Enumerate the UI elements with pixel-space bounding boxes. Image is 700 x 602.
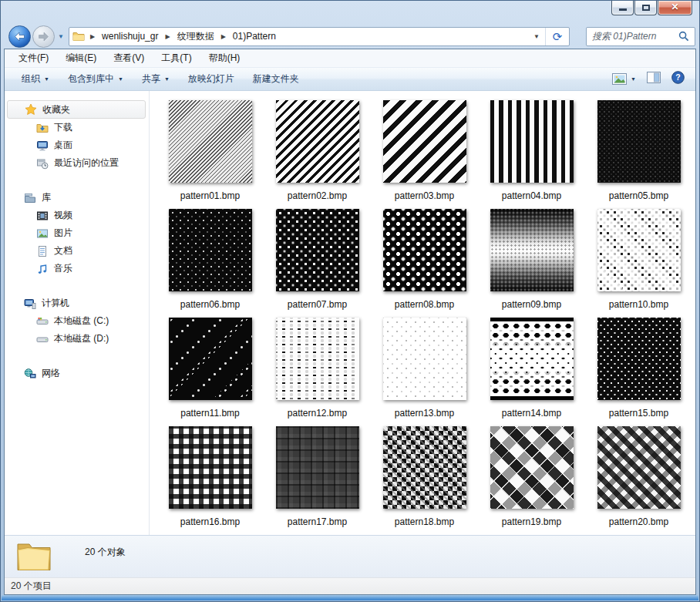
chevron-down-icon: ▼ xyxy=(164,76,170,82)
file-tile-pattern13.bmp[interactable]: pattern13.bmp xyxy=(371,318,478,426)
file-tile-pattern11.bmp[interactable]: pattern11.bmp xyxy=(156,318,264,426)
organize-button[interactable]: 组织▼ xyxy=(12,72,59,86)
sidebar-item-favorites[interactable]: 收藏夹 xyxy=(7,100,146,119)
file-tile-pattern10.bmp[interactable]: pattern10.bmp xyxy=(585,209,692,318)
breadcrumb-segment-root[interactable]: wenlishuju_gr xyxy=(100,29,160,43)
menu-view[interactable]: 查看(V) xyxy=(105,52,153,65)
file-tile-pattern09.bmp[interactable]: pattern09.bmp xyxy=(478,209,585,318)
vertical-stripes-thumbnail xyxy=(490,100,574,183)
close-button[interactable]: ✕ xyxy=(658,1,692,15)
black-faint-small-dots-thumbnail xyxy=(169,209,252,291)
preview-pane-button[interactable] xyxy=(647,72,661,86)
file-tile-pattern20.bmp[interactable]: pattern20.bmp xyxy=(585,426,692,535)
chevron-down-icon: ▼ xyxy=(118,76,123,82)
black-diamond-lattice-thumbnail xyxy=(597,318,681,400)
file-tile-pattern12.bmp[interactable]: pattern12.bmp xyxy=(264,318,371,426)
include-in-library-button[interactable]: 包含到库中▼ xyxy=(59,72,133,86)
breadcrumb: ▶ wenlishuju_gr ▶ 纹理数据 ▶ 01)Pattern xyxy=(69,29,528,45)
search-input[interactable] xyxy=(587,31,673,42)
file-name-label: pattern19.bmp xyxy=(502,516,561,527)
menu-tools[interactable]: 工具(T) xyxy=(153,52,200,65)
libraries-icon xyxy=(24,192,36,204)
file-tile-pattern15.bmp[interactable]: pattern15.bmp xyxy=(585,318,692,426)
file-name-label: pattern05.bmp xyxy=(609,190,668,201)
file-tile-pattern06.bmp[interactable]: pattern06.bmp xyxy=(156,209,264,318)
title-bar: ✕ xyxy=(1,1,699,24)
forward-button[interactable] xyxy=(32,25,55,48)
diagonal-stripes-bold-thumbnail xyxy=(383,100,466,183)
fine-diagonal-hairline-stripes-thumbnail xyxy=(169,100,252,183)
file-name-label: pattern20.bmp xyxy=(609,516,668,527)
sidebar-item-desktop[interactable]: 桌面 xyxy=(5,136,149,154)
sidebar-item-videos[interactable]: 视频 xyxy=(5,207,149,224)
sidebar-item-documents[interactable]: 文档 xyxy=(5,242,149,260)
file-list-area: pattern01.bmp pattern02.bmp pattern03.bm… xyxy=(150,91,695,535)
sidebar-item-local-disk-c[interactable]: 本地磁盘 (C:) xyxy=(5,312,149,330)
address-dropdown-button[interactable]: ▼ xyxy=(528,33,545,40)
diagonal-stripes-medium-thumbnail xyxy=(276,100,359,183)
back-button[interactable] xyxy=(8,25,31,48)
sidebar-item-local-disk-d[interactable]: 本地磁盘 (D:) xyxy=(5,330,149,348)
breadcrumb-segment-current[interactable]: 01)Pattern xyxy=(231,29,278,43)
preview-pane-icon xyxy=(647,72,661,83)
file-tile-pattern14.bmp[interactable]: pattern14.bmp xyxy=(478,318,585,426)
white-dots-on-black-large-thumbnail xyxy=(383,209,466,291)
search-icon[interactable] xyxy=(678,31,689,42)
forward-arrow-icon xyxy=(38,32,49,42)
new-folder-button[interactable]: 新建文件夹 xyxy=(244,72,308,86)
details-pane: 20 个对象 xyxy=(5,535,695,577)
file-name-label: pattern17.bmp xyxy=(288,516,347,527)
file-name-label: pattern06.bmp xyxy=(180,299,240,310)
views-button[interactable]: ▼ xyxy=(612,73,636,85)
help-icon: ? xyxy=(671,71,685,84)
file-name-label: pattern14.bmp xyxy=(502,408,561,419)
sidebar-item-music[interactable]: 音乐 xyxy=(5,260,149,277)
search-box[interactable] xyxy=(586,27,695,46)
file-name-label: pattern04.bmp xyxy=(502,190,561,201)
sidebar-item-downloads[interactable]: 下载 xyxy=(5,119,149,136)
star-icon xyxy=(25,103,37,116)
sidebar-item-computer[interactable]: 计算机 xyxy=(5,294,149,312)
help-button[interactable]: ? xyxy=(671,71,685,87)
share-button[interactable]: 共享▼ xyxy=(133,72,179,86)
sidebar-item-pictures[interactable]: 图片 xyxy=(5,224,149,242)
sidebar-item-libraries[interactable]: 库 xyxy=(5,189,149,207)
svg-text:?: ? xyxy=(675,72,680,82)
file-tile-pattern04.bmp[interactable]: pattern04.bmp xyxy=(478,100,585,209)
status-bar: 20 个项目 xyxy=(5,577,695,594)
file-tile-pattern02.bmp[interactable]: pattern02.bmp xyxy=(264,100,371,209)
file-tile-pattern03.bmp[interactable]: pattern03.bmp xyxy=(371,100,478,209)
minimize-button[interactable] xyxy=(611,1,634,15)
breadcrumb-segment-parent[interactable]: 纹理数据 xyxy=(176,29,216,45)
menu-help[interactable]: 帮助(H) xyxy=(200,52,249,65)
maximize-button[interactable] xyxy=(634,1,657,15)
menu-bar: 文件(F) 编辑(E) 查看(V) 工具(T) 帮助(H) xyxy=(5,49,695,68)
diagonal-dotted-lines-on-black-thumbnail xyxy=(169,318,252,400)
sidebar-item-network[interactable]: 网络 xyxy=(5,365,149,382)
white-dots-on-black-small-thumbnail xyxy=(276,209,359,291)
file-tile-pattern08.bmp[interactable]: pattern08.bmp xyxy=(371,209,478,318)
refresh-button[interactable]: ⟳ xyxy=(546,28,569,45)
menu-file[interactable]: 文件(F) xyxy=(10,52,57,65)
file-tile-pattern01.bmp[interactable]: pattern01.bmp xyxy=(156,100,264,209)
file-tile-pattern05.bmp[interactable]: pattern05.bmp xyxy=(585,100,692,209)
recent-places-icon xyxy=(36,157,49,170)
pictures-icon xyxy=(36,227,49,240)
views-icon xyxy=(612,73,627,85)
system-disk-icon xyxy=(36,315,49,328)
folder-icon xyxy=(72,30,85,42)
file-tile-pattern07.bmp[interactable]: pattern07.bmp xyxy=(264,209,371,318)
file-name-label: pattern09.bmp xyxy=(502,299,561,310)
file-tile-pattern19.bmp[interactable]: pattern19.bmp xyxy=(478,426,585,535)
slideshow-button[interactable]: 放映幻灯片 xyxy=(179,72,244,86)
command-toolbar: 组织▼ 包含到库中▼ 共享▼ 放映幻灯片 新建文件夹 xyxy=(5,68,695,91)
file-grid: pattern01.bmp pattern02.bmp pattern03.bm… xyxy=(156,100,695,535)
file-tile-pattern17.bmp[interactable]: pattern17.bmp xyxy=(264,426,371,535)
recent-pages-dropdown[interactable]: ▼ xyxy=(58,33,64,40)
argyle-diamonds-thumbnail xyxy=(490,426,574,509)
address-bar[interactable]: ▶ wenlishuju_gr ▶ 纹理数据 ▶ 01)Pattern ▼ ⟳ xyxy=(69,27,570,46)
sidebar-item-recent-places[interactable]: 最近访问的位置 xyxy=(5,154,149,172)
file-tile-pattern16.bmp[interactable]: pattern16.bmp xyxy=(156,426,264,535)
file-tile-pattern18.bmp[interactable]: pattern18.bmp xyxy=(371,426,478,535)
menu-edit[interactable]: 编辑(E) xyxy=(57,52,105,65)
